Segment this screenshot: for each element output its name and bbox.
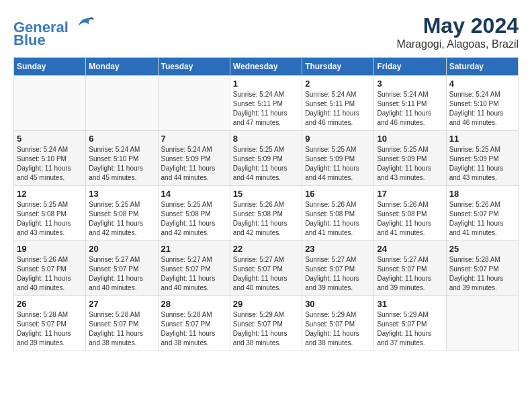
calendar-cell: 30Sunrise: 5:29 AM Sunset: 5:07 PM Dayli…: [302, 296, 374, 351]
day-number: 28: [161, 299, 227, 309]
day-number: 22: [233, 244, 299, 254]
calendar-cell: 1Sunrise: 5:24 AM Sunset: 5:11 PM Daylig…: [230, 76, 302, 131]
calendar-cell: 13Sunrise: 5:25 AM Sunset: 5:08 PM Dayli…: [86, 186, 158, 241]
day-number: 8: [233, 134, 299, 144]
header-friday: Friday: [374, 58, 446, 76]
day-info: Sunrise: 5:26 AM Sunset: 5:08 PM Dayligh…: [305, 200, 371, 238]
day-number: 6: [89, 134, 154, 144]
day-info: Sunrise: 5:26 AM Sunset: 5:08 PM Dayligh…: [233, 200, 299, 238]
day-number: 17: [377, 189, 443, 199]
day-info: Sunrise: 5:25 AM Sunset: 5:08 PM Dayligh…: [161, 200, 227, 238]
calendar-cell: 4Sunrise: 5:24 AM Sunset: 5:10 PM Daylig…: [446, 76, 518, 131]
calendar-cell: 10Sunrise: 5:25 AM Sunset: 5:09 PM Dayli…: [374, 131, 446, 186]
title-block: May 2024 Maragogi, Alagoas, Brazil: [397, 13, 519, 50]
calendar-cell: [158, 76, 230, 131]
day-number: 2: [305, 79, 371, 89]
calendar-cell: [86, 76, 158, 131]
header-thursday: Thursday: [302, 58, 374, 76]
day-number: 27: [89, 299, 154, 309]
day-info: Sunrise: 5:25 AM Sunset: 5:08 PM Dayligh…: [17, 200, 83, 238]
day-number: 1: [233, 79, 299, 89]
calendar-cell: 27Sunrise: 5:28 AM Sunset: 5:07 PM Dayli…: [86, 296, 158, 351]
day-info: Sunrise: 5:27 AM Sunset: 5:07 PM Dayligh…: [233, 255, 299, 293]
calendar-week-row: 5Sunrise: 5:24 AM Sunset: 5:10 PM Daylig…: [14, 131, 519, 186]
calendar-cell: 15Sunrise: 5:26 AM Sunset: 5:08 PM Dayli…: [230, 186, 302, 241]
day-info: Sunrise: 5:24 AM Sunset: 5:11 PM Dayligh…: [377, 90, 443, 128]
day-info: Sunrise: 5:28 AM Sunset: 5:07 PM Dayligh…: [17, 310, 83, 348]
day-info: Sunrise: 5:29 AM Sunset: 5:07 PM Dayligh…: [233, 310, 299, 348]
day-info: Sunrise: 5:29 AM Sunset: 5:07 PM Dayligh…: [377, 310, 443, 348]
day-number: 11: [449, 134, 515, 144]
header-sunday: Sunday: [14, 58, 86, 76]
header-saturday: Saturday: [446, 58, 518, 76]
day-info: Sunrise: 5:25 AM Sunset: 5:09 PM Dayligh…: [305, 145, 371, 183]
calendar-cell: 6Sunrise: 5:24 AM Sunset: 5:10 PM Daylig…: [86, 131, 158, 186]
calendar-cell: 7Sunrise: 5:24 AM Sunset: 5:09 PM Daylig…: [158, 131, 230, 186]
day-number: 14: [161, 189, 227, 199]
calendar-cell: 21Sunrise: 5:27 AM Sunset: 5:07 PM Dayli…: [158, 241, 230, 296]
day-number: 15: [233, 189, 299, 199]
calendar-cell: 20Sunrise: 5:27 AM Sunset: 5:07 PM Dayli…: [86, 241, 158, 296]
calendar-table: SundayMondayTuesdayWednesdayThursdayFrid…: [13, 57, 519, 351]
day-number: 3: [377, 79, 443, 89]
day-number: 31: [377, 299, 443, 309]
day-info: Sunrise: 5:27 AM Sunset: 5:07 PM Dayligh…: [377, 255, 443, 293]
day-info: Sunrise: 5:24 AM Sunset: 5:10 PM Dayligh…: [89, 145, 154, 183]
calendar-cell: 31Sunrise: 5:29 AM Sunset: 5:07 PM Dayli…: [374, 296, 446, 351]
calendar-cell: 8Sunrise: 5:25 AM Sunset: 5:09 PM Daylig…: [230, 131, 302, 186]
day-number: 4: [449, 79, 515, 89]
calendar-week-row: 19Sunrise: 5:26 AM Sunset: 5:07 PM Dayli…: [14, 241, 519, 296]
day-info: Sunrise: 5:28 AM Sunset: 5:07 PM Dayligh…: [89, 310, 154, 348]
calendar-cell: 17Sunrise: 5:26 AM Sunset: 5:08 PM Dayli…: [374, 186, 446, 241]
calendar-cell: 19Sunrise: 5:26 AM Sunset: 5:07 PM Dayli…: [14, 241, 86, 296]
day-info: Sunrise: 5:29 AM Sunset: 5:07 PM Dayligh…: [305, 310, 371, 348]
day-info: Sunrise: 5:26 AM Sunset: 5:08 PM Dayligh…: [377, 200, 443, 238]
calendar-cell: 18Sunrise: 5:26 AM Sunset: 5:07 PM Dayli…: [446, 186, 518, 241]
header-wednesday: Wednesday: [230, 58, 302, 76]
day-info: Sunrise: 5:28 AM Sunset: 5:07 PM Dayligh…: [161, 310, 227, 348]
day-number: 9: [305, 134, 371, 144]
calendar-cell: 22Sunrise: 5:27 AM Sunset: 5:07 PM Dayli…: [230, 241, 302, 296]
calendar-body: 1Sunrise: 5:24 AM Sunset: 5:11 PM Daylig…: [14, 76, 519, 351]
calendar-cell: 5Sunrise: 5:24 AM Sunset: 5:10 PM Daylig…: [14, 131, 86, 186]
day-number: 10: [377, 134, 443, 144]
day-number: 18: [449, 189, 515, 199]
calendar-cell: 25Sunrise: 5:28 AM Sunset: 5:07 PM Dayli…: [446, 241, 518, 296]
calendar-cell: 12Sunrise: 5:25 AM Sunset: 5:08 PM Dayli…: [14, 186, 86, 241]
day-number: 19: [17, 244, 83, 254]
day-number: 30: [305, 299, 371, 309]
calendar-cell: 14Sunrise: 5:25 AM Sunset: 5:08 PM Dayli…: [158, 186, 230, 241]
day-info: Sunrise: 5:26 AM Sunset: 5:07 PM Dayligh…: [449, 200, 515, 238]
day-number: 26: [17, 299, 83, 309]
calendar-cell: [446, 296, 518, 351]
day-info: Sunrise: 5:25 AM Sunset: 5:09 PM Dayligh…: [449, 145, 515, 183]
day-number: 24: [377, 244, 443, 254]
day-number: 13: [89, 189, 154, 199]
day-info: Sunrise: 5:27 AM Sunset: 5:07 PM Dayligh…: [305, 255, 371, 293]
calendar-header-row: SundayMondayTuesdayWednesdayThursdayFrid…: [14, 58, 519, 76]
calendar-cell: 24Sunrise: 5:27 AM Sunset: 5:07 PM Dayli…: [374, 241, 446, 296]
day-info: Sunrise: 5:27 AM Sunset: 5:07 PM Dayligh…: [89, 255, 154, 293]
calendar-cell: 28Sunrise: 5:28 AM Sunset: 5:07 PM Dayli…: [158, 296, 230, 351]
day-info: Sunrise: 5:24 AM Sunset: 5:09 PM Dayligh…: [161, 145, 227, 183]
day-info: Sunrise: 5:24 AM Sunset: 5:11 PM Dayligh…: [233, 90, 299, 128]
day-number: 7: [161, 134, 227, 144]
page-header: General Blue May 2024 Maragogi, Alagoas,…: [13, 13, 519, 50]
logo: General Blue: [13, 13, 94, 49]
day-number: 25: [449, 244, 515, 254]
calendar-cell: 2Sunrise: 5:24 AM Sunset: 5:11 PM Daylig…: [302, 76, 374, 131]
day-info: Sunrise: 5:24 AM Sunset: 5:10 PM Dayligh…: [17, 145, 83, 183]
sub-title: Maragogi, Alagoas, Brazil: [397, 38, 519, 50]
calendar-cell: 29Sunrise: 5:29 AM Sunset: 5:07 PM Dayli…: [230, 296, 302, 351]
day-info: Sunrise: 5:24 AM Sunset: 5:11 PM Dayligh…: [305, 90, 371, 128]
day-number: 23: [305, 244, 371, 254]
day-number: 21: [161, 244, 227, 254]
calendar-cell: 11Sunrise: 5:25 AM Sunset: 5:09 PM Dayli…: [446, 131, 518, 186]
calendar-cell: 23Sunrise: 5:27 AM Sunset: 5:07 PM Dayli…: [302, 241, 374, 296]
calendar-cell: 26Sunrise: 5:28 AM Sunset: 5:07 PM Dayli…: [14, 296, 86, 351]
calendar-cell: 16Sunrise: 5:26 AM Sunset: 5:08 PM Dayli…: [302, 186, 374, 241]
calendar-week-row: 1Sunrise: 5:24 AM Sunset: 5:11 PM Daylig…: [14, 76, 519, 131]
day-number: 12: [17, 189, 83, 199]
day-number: 5: [17, 134, 83, 144]
main-title: May 2024: [397, 13, 519, 38]
